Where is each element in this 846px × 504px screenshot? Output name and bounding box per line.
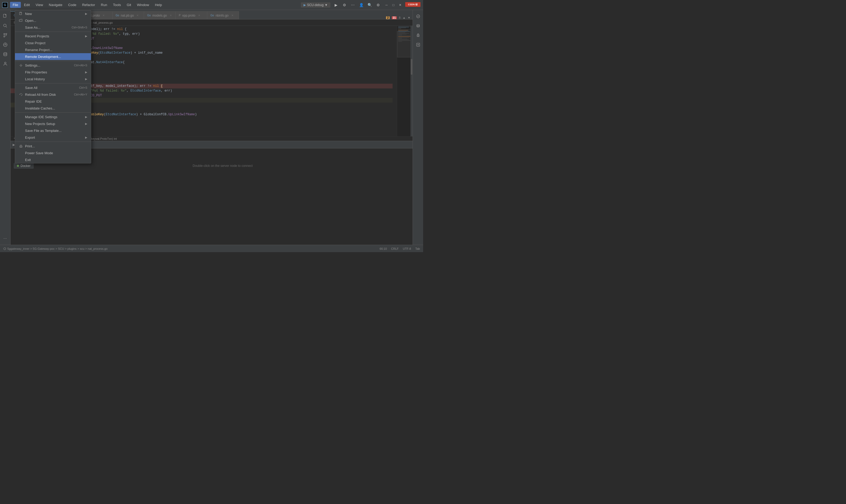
run-icon[interactable]: ▶ bbox=[332, 2, 339, 8]
maximize-button[interactable]: □ bbox=[391, 2, 396, 8]
menu-item-manage-ide-settings[interactable]: Manage IDE Settings ▶ bbox=[15, 113, 91, 120]
menu-window[interactable]: Window bbox=[134, 2, 152, 8]
file-menu-dropdown: New ▶ Open... Save As... Ctrl+Shift+S Re… bbox=[15, 10, 91, 163]
menu-item-local-history[interactable]: Local History ▶ bbox=[15, 75, 91, 83]
menu-item-new-projects-setup[interactable]: New Projects Setup ▶ bbox=[15, 120, 91, 127]
menu-item-print[interactable]: Print... bbox=[15, 143, 91, 149]
close-button[interactable]: ✕ bbox=[397, 2, 403, 8]
menu-item-save-all[interactable]: Save All Ctrl+S bbox=[15, 84, 91, 91]
menu-file[interactable]: File bbox=[10, 2, 21, 8]
menu-run[interactable]: Run bbox=[98, 2, 110, 8]
menu-edit[interactable]: Edit bbox=[21, 2, 32, 8]
minimize-button[interactable]: ─ bbox=[384, 2, 390, 8]
menu-item-new[interactable]: New ▶ bbox=[15, 10, 91, 17]
menu-item-open[interactable]: Open... bbox=[15, 17, 91, 24]
separator-4 bbox=[15, 112, 91, 113]
menu-help[interactable]: Help bbox=[152, 2, 165, 8]
settings2-icon[interactable]: ⚙ bbox=[375, 2, 381, 8]
new-icon bbox=[19, 12, 23, 16]
more-icon[interactable]: ⋯ bbox=[349, 2, 356, 8]
menu-item-rename-project[interactable]: Rename Project... bbox=[15, 46, 91, 53]
menu-item-save-file-template[interactable]: Save File as Template... bbox=[15, 127, 91, 134]
separator-1 bbox=[15, 32, 91, 32]
search-icon[interactable]: 🔍 bbox=[366, 2, 373, 8]
debug-session[interactable]: ▶ SCU-debug ▼ bbox=[301, 2, 330, 7]
menu-item-settings[interactable]: Settings... Ctrl+Alt+S bbox=[15, 62, 91, 69]
svg-text:G: G bbox=[4, 3, 6, 7]
menu-item-close-project[interactable]: Close Project bbox=[15, 39, 91, 46]
menu-item-save-as[interactable]: Save As... Ctrl+Shift+S bbox=[15, 24, 91, 31]
menu-refactor[interactable]: Refactor bbox=[80, 2, 98, 8]
separator-2 bbox=[15, 61, 91, 61]
menu-item-reload[interactable]: Reload All from Disk Ctrl+Alt+Y bbox=[15, 91, 91, 98]
toolbar-icons: ▶ ⚙ ⋯ 👤 🔍 ⚙ bbox=[332, 2, 381, 8]
menu-navigate[interactable]: Navigate bbox=[46, 2, 65, 8]
separator-3 bbox=[15, 83, 91, 84]
menu-item-repair-ide[interactable]: Repair IDE bbox=[15, 98, 91, 105]
title-bar: G File Edit View Navigate Code Refactor … bbox=[0, 0, 423, 10]
menu-item-file-properties[interactable]: File Properties ▶ bbox=[15, 69, 91, 75]
menu-tools[interactable]: Tools bbox=[110, 2, 124, 8]
menu-item-remote-development[interactable]: Remote Development... bbox=[15, 53, 91, 60]
menu-item-exit[interactable]: Exit bbox=[15, 156, 91, 163]
menu-overlay[interactable]: New ▶ Open... Save As... Ctrl+Shift+S Re… bbox=[0, 10, 423, 252]
svg-point-24 bbox=[20, 65, 22, 66]
menu-git[interactable]: Git bbox=[124, 2, 134, 8]
folder-icon bbox=[19, 18, 23, 23]
menu-item-invalidate-caches[interactable]: Invalidate Caches... bbox=[15, 105, 91, 112]
app-logo: G bbox=[2, 2, 8, 8]
svg-text:CSDN 创: CSDN 创 bbox=[408, 3, 418, 6]
menu-item-power-save[interactable]: Power Save Mode bbox=[15, 149, 91, 156]
svg-rect-26 bbox=[20, 147, 22, 147]
separator-5 bbox=[15, 142, 91, 142]
settings-icon[interactable]: ⚙ bbox=[341, 2, 348, 8]
menu-code[interactable]: Code bbox=[66, 2, 79, 8]
account-icon[interactable]: 👤 bbox=[358, 2, 365, 8]
menu-item-export[interactable]: Export ▶ bbox=[15, 134, 91, 141]
menu-item-recent-projects[interactable]: Recent Projects ▶ bbox=[15, 33, 91, 39]
menu-bar: File Edit View Navigate Code Refactor Ru… bbox=[10, 2, 301, 8]
menu-view[interactable]: View bbox=[33, 2, 46, 8]
